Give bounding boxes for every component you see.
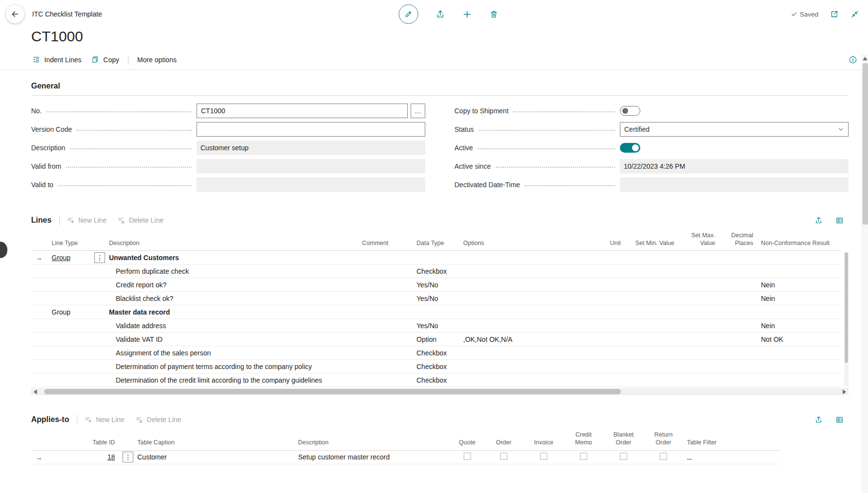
- quote-checkbox[interactable]: [464, 453, 471, 460]
- cell-comment[interactable]: [358, 360, 413, 373]
- cell-decimal-places[interactable]: [719, 305, 757, 319]
- cell-comment[interactable]: [358, 251, 413, 264]
- cell-data-type[interactable]: [413, 251, 459, 264]
- lines-open-in-excel-button[interactable]: [835, 216, 844, 225]
- cell-description[interactable]: Unwanted Customers: [105, 251, 358, 264]
- scroll-thumb[interactable]: [44, 389, 621, 394]
- lines-row[interactable]: Validate addressYes/NoNein: [31, 319, 841, 333]
- cell-description[interactable]: Validate address: [105, 319, 358, 333]
- cell-description[interactable]: Credit report ok?: [105, 278, 358, 292]
- cell-set-max-value[interactable]: [678, 360, 719, 373]
- applies-to-delete-line-button[interactable]: Delete Line: [135, 416, 181, 424]
- cell-decimal-places[interactable]: [719, 292, 757, 305]
- cell-description[interactable]: Master data record: [105, 305, 358, 319]
- cell-decimal-places[interactable]: [719, 333, 757, 346]
- row-menu-button[interactable]: ⋮: [123, 452, 133, 462]
- cell-comment[interactable]: [358, 319, 413, 333]
- status-select[interactable]: Certified: [620, 122, 849, 137]
- lines-new-line-button[interactable]: New Line: [67, 216, 107, 225]
- cell-comment[interactable]: [358, 373, 413, 387]
- cell-unit[interactable]: [557, 360, 625, 373]
- cell-non-conformance-result[interactable]: [757, 264, 841, 278]
- cell-non-conformance-result[interactable]: [757, 360, 841, 373]
- cell-options[interactable]: [459, 346, 557, 360]
- cell-unit[interactable]: [557, 292, 625, 305]
- lines-row[interactable]: Perform duplicate checkCheckbox: [31, 264, 841, 278]
- new-button[interactable]: [463, 10, 472, 19]
- col-description[interactable]: Description: [105, 231, 358, 251]
- col-set-min-value[interactable]: Set Min. Value: [625, 231, 678, 251]
- cell-description[interactable]: Perform duplicate check: [105, 264, 358, 278]
- cell-non-conformance-result[interactable]: [757, 373, 841, 387]
- cell-comment[interactable]: [358, 264, 413, 278]
- cell-line-type[interactable]: [48, 319, 90, 333]
- cell-set-min-value[interactable]: [625, 264, 678, 278]
- cell-decimal-places[interactable]: [719, 373, 757, 387]
- indent-lines-button[interactable]: Indent Lines: [27, 53, 86, 67]
- row-menu-button[interactable]: ⋮: [94, 252, 105, 263]
- col-blanket-order[interactable]: Blanket Order: [603, 430, 644, 450]
- col-quote[interactable]: Quote: [450, 430, 484, 450]
- cell-options[interactable]: [459, 373, 557, 387]
- cell-set-min-value[interactable]: [625, 251, 678, 264]
- lines-row[interactable]: Assignment of the sales personCheckbox: [31, 346, 841, 360]
- lines-share-button[interactable]: [814, 216, 823, 225]
- cell-description[interactable]: Validate VAT ID: [105, 333, 358, 346]
- back-button[interactable]: [6, 5, 24, 23]
- scroll-left-arrow[interactable]: [31, 388, 39, 395]
- cell-options[interactable]: [459, 278, 557, 292]
- cell-unit[interactable]: [557, 278, 625, 292]
- col-line-type[interactable]: Line Type: [48, 231, 90, 251]
- cell-options[interactable]: [459, 319, 557, 333]
- lines-row[interactable]: Credit report ok?Yes/NoNein: [31, 278, 841, 292]
- cell-set-min-value[interactable]: [625, 319, 678, 333]
- col-unit[interactable]: Unit: [557, 231, 625, 251]
- cell-table-caption[interactable]: Customer: [133, 450, 294, 464]
- cell-set-min-value[interactable]: [625, 305, 678, 319]
- cell-line-type[interactable]: [48, 333, 90, 346]
- col-description[interactable]: Description: [294, 430, 450, 450]
- cell-non-conformance-result[interactable]: Nein: [757, 319, 841, 333]
- cell-set-max-value[interactable]: [678, 373, 719, 387]
- cell-line-type[interactable]: [48, 373, 90, 387]
- cell-data-type[interactable]: Checkbox: [413, 346, 459, 360]
- col-credit-memo[interactable]: Credit Memo: [564, 430, 603, 450]
- lines-horizontal-scrollbar[interactable]: [31, 388, 849, 395]
- cell-unit[interactable]: [557, 319, 625, 333]
- applies-to-new-line-button[interactable]: New Line: [84, 416, 124, 424]
- cell-decimal-places[interactable]: [719, 278, 757, 292]
- copy-button[interactable]: Copy: [86, 53, 124, 67]
- cell-comment[interactable]: [358, 333, 413, 346]
- no-input[interactable]: [197, 104, 408, 118]
- page-vertical-scrollbar[interactable]: [862, 54, 868, 493]
- cell-description[interactable]: Determination of the credit limit accord…: [105, 373, 358, 387]
- cell-set-max-value[interactable]: [678, 278, 719, 292]
- cell-set-min-value[interactable]: [625, 292, 678, 305]
- cell-description[interactable]: Determination of payment terms according…: [105, 360, 358, 373]
- lines-row[interactable]: Validate VAT IDOption,OK,Not OK,N/ANot O…: [31, 333, 841, 346]
- table-id-link[interactable]: 18: [108, 453, 115, 461]
- cell-line-type[interactable]: [48, 292, 90, 305]
- cell-options[interactable]: [459, 264, 557, 278]
- cell-set-min-value[interactable]: [625, 333, 678, 346]
- lines-row[interactable]: →Group⋮Unwanted Customers: [31, 251, 841, 264]
- cell-unit[interactable]: [557, 373, 625, 387]
- cell-non-conformance-result[interactable]: [757, 346, 841, 360]
- col-table-filter[interactable]: Table Filter: [683, 430, 780, 450]
- cell-description[interactable]: Setup customer master record: [294, 450, 450, 464]
- lines-row[interactable]: Blacklist check ok?Yes/NoNein: [31, 292, 841, 305]
- return-order-checkbox[interactable]: [660, 453, 667, 460]
- cell-set-max-value[interactable]: [678, 305, 719, 319]
- cell-decimal-places[interactable]: [719, 360, 757, 373]
- lines-row[interactable]: Determination of the credit limit accord…: [31, 373, 841, 387]
- credit-memo-checkbox[interactable]: [580, 453, 587, 460]
- cell-set-min-value[interactable]: [625, 278, 678, 292]
- line-type-value[interactable]: Group: [52, 254, 71, 262]
- open-in-new-window-button[interactable]: [830, 10, 839, 18]
- cell-comment[interactable]: [358, 305, 413, 319]
- delete-button[interactable]: [489, 10, 499, 19]
- cell-data-type[interactable]: [413, 305, 459, 319]
- lines-vertical-scrollbar[interactable]: [844, 252, 849, 387]
- cell-set-max-value[interactable]: [678, 264, 719, 278]
- lines-row[interactable]: GroupMaster data record: [31, 305, 841, 319]
